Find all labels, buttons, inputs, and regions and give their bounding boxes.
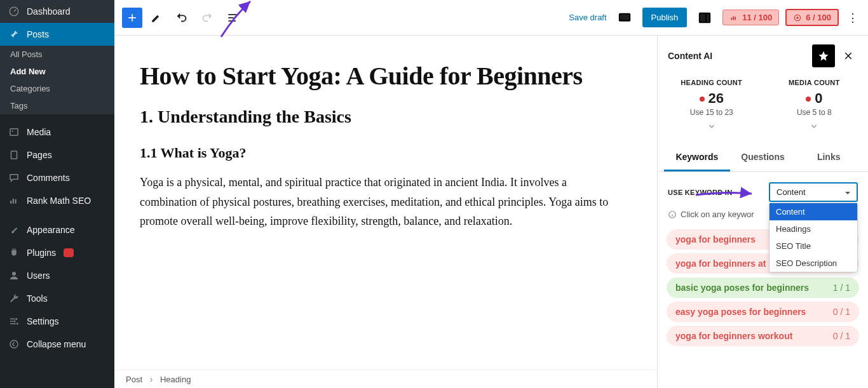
sidebar-item-users[interactable]: Users [0,264,114,287]
target-icon [793,13,802,22]
sidebar-item-label: Media [27,127,51,137]
keyword-pill[interactable]: basic yoga poses for beginners 1 / 1 [667,278,859,298]
sidebar-item-label: Rank Math SEO [27,196,91,206]
tab-links[interactable]: Links [796,144,862,171]
collapse-icon [8,338,20,351]
pin-icon [8,28,20,41]
heading-count-label: HEADING COUNT [660,79,763,86]
keyword-text: basic yoga poses for beginners [675,283,809,293]
dropdown-item-content[interactable]: Content [770,203,857,220]
dropdown-item-headings[interactable]: Headings [770,220,857,237]
sidebar-item-collapse[interactable]: Collapse menu [0,333,114,356]
chart-icon [729,13,738,22]
sidebar-subitem-tags[interactable]: Tags [0,97,114,114]
keyword-pill[interactable]: easy yoga poses for beginners 0 / 1 [667,302,859,322]
block-breadcrumb: Post › Heading [114,370,657,388]
media-icon [8,126,20,138]
keyword-count: 1 / 1 [833,283,850,293]
heading-count-value: 26 [709,90,724,106]
sidebar-item-label: Collapse menu [27,339,86,349]
add-block-button[interactable] [122,8,142,28]
user-icon [8,269,20,282]
svg-point-5 [15,318,17,320]
content-ai-panel: Content AI HEADING COUNT 26 Use 15 to 2 [657,36,868,388]
tab-keywords[interactable]: Keywords [664,144,730,171]
sidebar-item-label: Appearance [27,225,75,235]
breadcrumb-separator: › [150,374,153,384]
sidebar-subitem-all-posts[interactable]: All Posts [0,46,114,63]
sidebar-item-comments[interactable]: Comments [0,166,114,189]
panel-title: Content AI [668,51,712,61]
seo-score-value: 11 / 100 [742,13,772,22]
seo-score-pill[interactable]: 11 / 100 [722,10,779,25]
heading-count-expand[interactable] [660,122,763,133]
sidebar-item-appearance[interactable]: Appearance [0,218,114,241]
svg-point-7 [17,323,18,324]
sidebar-item-dashboard[interactable]: Dashboard [0,0,114,23]
sidebar-subitem-categories[interactable]: Categories [0,80,114,97]
edit-mode-button[interactable] [145,6,168,29]
chart-icon [8,194,20,207]
dropdown-item-seo-title[interactable]: SEO Title [770,237,857,255]
outline-button[interactable] [221,6,244,29]
sidebar-item-label: Posts [27,29,49,39]
svg-point-4 [12,272,16,276]
status-dot-icon [806,97,811,102]
svg-rect-9 [619,13,630,20]
editor: Save draft Publish 11 / 100 6 / 100 ⋮ Ho… [114,0,868,388]
post-content[interactable]: How to Start Yoga: A Guide for Beginners… [140,61,610,231]
panel-stats: HEADING COUNT 26 Use 15 to 23 MEDIA COUN… [658,74,868,137]
sidebar-item-label: Comments [27,173,70,183]
info-icon [668,210,677,219]
sidebar-item-pages[interactable]: Pages [0,144,114,166]
use-keyword-label: USE KEYWORD IN [668,189,732,196]
heading-count-stat: HEADING COUNT 26 Use 15 to 23 [660,79,763,133]
sidebar-subitem-add-new[interactable]: Add New [0,63,114,80]
breadcrumb-root[interactable]: Post [126,375,142,384]
keyword-pill[interactable]: yoga for beginners workout 0 / 1 [667,326,859,346]
wrench-icon [8,292,20,305]
more-options-button[interactable]: ⋮ [845,11,860,25]
tab-questions[interactable]: Questions [730,144,796,171]
content-ai-score-value: 6 / 100 [806,13,831,22]
use-keyword-select[interactable]: Content [769,182,858,202]
panel-header: Content AI [658,36,868,74]
content-scroll[interactable]: How to Start Yoga: A Guide for Beginners… [114,36,657,388]
post-paragraph[interactable]: Yoga is a physical, mental, and spiritua… [140,173,610,231]
sidebar-item-plugins[interactable]: Plugins [0,241,114,264]
sidebar-item-media[interactable]: Media [0,121,114,144]
panel-scroll[interactable]: Content AI HEADING COUNT 26 Use 15 to 2 [658,36,868,388]
keyword-text: yoga for beginners workout [675,331,792,341]
breadcrumb-current[interactable]: Heading [160,375,191,384]
redo-button[interactable] [196,6,219,29]
publish-button[interactable]: Publish [642,8,688,27]
dropdown-item-seo-description[interactable]: SEO Description [770,255,857,272]
star-button[interactable] [812,44,835,67]
content-ai-score-pill[interactable]: 6 / 100 [785,9,839,26]
sidebar-item-label: Pages [27,150,52,160]
sidebar-item-posts[interactable]: Posts [0,23,114,46]
sidebar-item-tools[interactable]: Tools [0,287,114,310]
svg-rect-1 [10,129,18,136]
sidebar-item-settings[interactable]: Settings [0,310,114,333]
save-draft-button[interactable]: Save draft [569,13,606,22]
post-title[interactable]: How to Start Yoga: A Guide for Beginners [140,61,610,91]
media-count-stat: MEDIA COUNT 0 Use 5 to 8 [763,79,866,133]
dashboard-icon [8,5,20,18]
preview-button[interactable] [613,6,636,29]
keyword-hint-text: Click on any keywor [681,210,754,219]
sidebar-item-rankmath[interactable]: Rank Math SEO [0,189,114,212]
post-heading-h2[interactable]: 1. Understanding the Basics [140,107,610,127]
pages-icon [8,149,20,161]
close-panel-button[interactable] [839,46,858,65]
undo-button[interactable] [170,6,193,29]
use-keyword-selected: Content [776,187,806,197]
sliders-icon [8,315,20,328]
media-count-expand[interactable] [763,122,866,133]
sidebar-item-label: Dashboard [27,6,71,17]
plugin-updates-badge [64,248,74,257]
heading-count-range: Use 15 to 23 [660,108,763,117]
post-heading-h3[interactable]: 1.1 What is Yoga? [140,145,610,161]
sidebar-toggle-button[interactable] [693,6,716,29]
media-count-label: MEDIA COUNT [763,79,866,86]
